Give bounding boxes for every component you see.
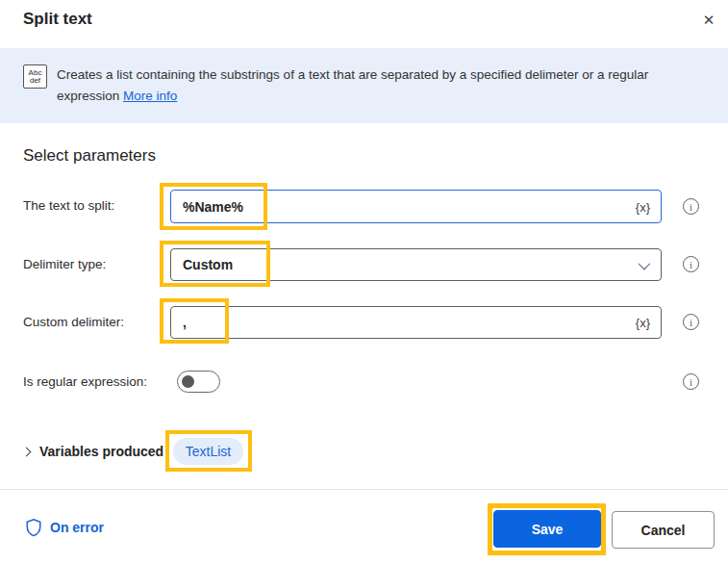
select-parameters-heading: Select parameters bbox=[23, 146, 156, 166]
custom-delimiter-info-icon[interactable]: i bbox=[683, 314, 699, 330]
custom-delimiter-label: Custom delimiter: bbox=[23, 314, 124, 331]
delimiter-type-info-icon[interactable]: i bbox=[683, 256, 699, 272]
close-icon[interactable]: ✕ bbox=[696, 8, 721, 33]
cancel-button[interactable]: Cancel bbox=[612, 511, 715, 549]
custom-delimiter-field[interactable]: {x} bbox=[170, 306, 662, 339]
chevron-right-icon bbox=[22, 447, 32, 456]
is-regex-toggle[interactable] bbox=[177, 371, 220, 393]
text-to-split-input[interactable] bbox=[171, 191, 594, 222]
variables-produced-label: Variables produced bbox=[39, 444, 163, 459]
delimiter-type-value: Custom bbox=[171, 257, 233, 272]
is-regex-label: Is regular expression: bbox=[23, 373, 147, 391]
split-text-dialog: Split text ✕ Abc def Creates a list cont… bbox=[0, 0, 728, 564]
fx-expression-button[interactable]: {x} bbox=[633, 197, 653, 216]
action-icon-line2: def bbox=[30, 77, 40, 85]
text-to-split-label: The text to split: bbox=[23, 197, 114, 215]
delimiter-type-label: Delimiter type: bbox=[23, 256, 106, 273]
description-banner: Abc def Creates a list containing the su… bbox=[0, 48, 728, 123]
shield-icon bbox=[25, 518, 42, 537]
action-description: Creates a list containing the substrings… bbox=[57, 64, 705, 107]
save-button[interactable]: Save bbox=[493, 510, 601, 548]
split-text-action-icon: Abc def bbox=[23, 64, 47, 89]
fx-expression-button[interactable]: {x} bbox=[633, 314, 653, 332]
custom-delimiter-input[interactable] bbox=[171, 307, 594, 338]
on-error-label: On error bbox=[50, 520, 104, 535]
dialog-title: Split text bbox=[23, 10, 92, 29]
footer-divider bbox=[0, 489, 728, 490]
more-info-link[interactable]: More info bbox=[123, 89, 177, 103]
toggle-knob-icon bbox=[182, 375, 194, 388]
text-to-split-info-icon[interactable]: i bbox=[683, 198, 699, 215]
variables-produced-expander[interactable]: Variables produced bbox=[23, 444, 163, 459]
chevron-down-icon bbox=[639, 258, 651, 270]
textlist-variable-pill[interactable]: TextList bbox=[173, 438, 243, 465]
text-to-split-field[interactable]: {x} bbox=[170, 190, 662, 223]
on-error-button[interactable]: On error bbox=[25, 518, 104, 537]
delimiter-type-dropdown[interactable]: Custom bbox=[170, 248, 662, 281]
is-regex-info-icon[interactable]: i bbox=[683, 373, 699, 390]
